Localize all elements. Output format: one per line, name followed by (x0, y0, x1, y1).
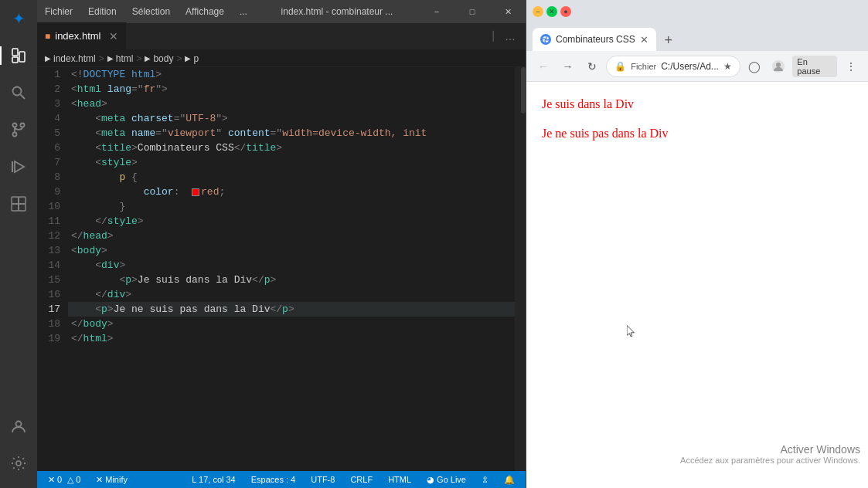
status-spaces[interactable]: Espaces : 4 (248, 471, 298, 488)
breadcrumb-file[interactable]: ▶ index.html (45, 53, 96, 64)
webpage-text-1: Je suis dans la Div (542, 97, 853, 111)
status-golive[interactable]: ◕ Go Live (424, 471, 469, 488)
activity-explorer[interactable] (0, 37, 37, 74)
file-tab[interactable]: ■ index.html ✕ (37, 22, 127, 49)
activity-account[interactable] (0, 408, 37, 445)
webpage-text-2: Je ne suis pas dans la Div (542, 127, 853, 141)
activity-settings[interactable] (0, 445, 37, 482)
breadcrumb-p[interactable]: ▶ p (185, 53, 199, 64)
code-editor[interactable]: <!DOCTYPE html> <html lang="fr"> <head> … (68, 67, 515, 471)
breadcrumb-body-icon: ▶ (145, 54, 151, 63)
activity-run[interactable] (0, 148, 37, 185)
editor-area: Fichier Edition Sélection Affichage ... … (37, 0, 526, 488)
line-num-15: 15 (37, 273, 60, 287)
code-line-18: </body> (68, 317, 515, 331)
back-button[interactable]: ← (533, 56, 554, 77)
code-line-14: <div> (68, 258, 515, 273)
code-line-7: <style> (68, 155, 515, 170)
status-eol[interactable]: CRLF (347, 471, 376, 488)
new-tab-button[interactable]: + (658, 29, 679, 51)
code-line-13: <body> (68, 243, 515, 258)
tab-filename: index.html (55, 30, 100, 42)
forward-button[interactable]: → (557, 56, 579, 77)
activate-windows-subtitle: Accédez aux paramètres pour activer Wind… (680, 456, 860, 465)
code-line-15: <p>Je suis dans la Div</p> (68, 273, 515, 287)
svg-line-4 (21, 95, 26, 100)
pause-button[interactable]: En pause (792, 56, 837, 77)
extensions-button[interactable]: ◯ (744, 56, 765, 77)
mouse-cursor (627, 325, 636, 339)
address-label: Fichier (631, 62, 656, 71)
maximize-button[interactable]: □ (454, 0, 490, 23)
status-bell[interactable]: 🔔 (501, 471, 518, 488)
line-numbers: 1 2 3 4 5 6 7 8 9 10 11 12 13 14 15 16 1… (37, 67, 68, 471)
browser-active-tab[interactable]: Combinateurs CSS ✕ (533, 28, 656, 51)
browser-close[interactable]: ● (560, 6, 571, 17)
menu-more[interactable]: ... (232, 0, 255, 23)
activity-search[interactable] (0, 74, 37, 111)
minimap (515, 67, 526, 471)
breadcrumb-body[interactable]: ▶ body (145, 53, 173, 64)
svg-point-5 (13, 124, 17, 127)
error-icon: ✕ (48, 475, 55, 485)
broadcast-icon: ◕ (427, 475, 434, 485)
warning-count: 0 (76, 475, 80, 484)
status-minify[interactable]: ✕ Minify (93, 471, 131, 488)
profile-button[interactable] (768, 56, 790, 77)
browser-title-bar: − ✕ ● (526, 0, 868, 23)
vscode-logo[interactable]: ✦ (0, 0, 37, 37)
line-num-8: 8 (37, 170, 60, 185)
color-swatch-red (192, 188, 199, 196)
activity-bar: ✦ (0, 0, 37, 488)
window-title: index.html - combinateur ... (255, 6, 419, 17)
tab-bar: ■ index.html ✕ ⎹ … (37, 23, 526, 50)
code-container[interactable]: 1 2 3 4 5 6 7 8 9 10 11 12 13 14 15 16 1… (37, 67, 526, 471)
browser-tab-close[interactable]: ✕ (640, 34, 648, 46)
star-icon[interactable]: ★ (723, 61, 732, 72)
menu-edition[interactable]: Edition (80, 0, 124, 23)
status-errors[interactable]: ✕ 0 △ 0 (45, 471, 83, 488)
line-num-17: 17 (37, 302, 60, 317)
reload-button[interactable]: ↻ (581, 56, 603, 77)
svg-rect-2 (12, 57, 18, 63)
vscode-editor: ✦ (0, 0, 526, 488)
url-text: C:/Users/Ad... (661, 61, 719, 72)
breadcrumb-sep-3: > (176, 53, 182, 64)
status-position[interactable]: L 17, col 34 (189, 471, 238, 488)
menu-affichage[interactable]: Affichage (178, 0, 232, 23)
split-editor-button[interactable]: ⎹ (479, 27, 498, 46)
minimize-button[interactable]: − (419, 0, 454, 23)
menu-selection[interactable]: Sélection (124, 0, 178, 23)
line-num-10: 10 (37, 199, 60, 214)
line-num-18: 18 (37, 317, 60, 331)
activate-windows-title: Activer Windows (680, 443, 860, 456)
activity-source-control[interactable] (0, 111, 37, 148)
more-actions-button[interactable]: … (501, 27, 519, 46)
menu-fichier[interactable]: Fichier (37, 0, 80, 23)
svg-point-18 (776, 63, 781, 67)
tab-close-icon[interactable]: ✕ (109, 30, 118, 42)
warning-icon: △ (67, 475, 73, 485)
breadcrumb-html[interactable]: ▶ html (107, 53, 134, 64)
address-bar: ← → ↻ 🔒 Fichier C:/Users/Ad... ★ ◯ En pa… (526, 51, 868, 82)
svg-rect-1 (19, 52, 25, 62)
activity-extensions[interactable] (0, 185, 37, 222)
code-line-9: color: red; (68, 185, 515, 199)
menu-button[interactable]: ⋮ (840, 56, 862, 77)
line-num-19: 19 (37, 331, 60, 346)
code-line-2: <html lang="fr"> (68, 82, 515, 97)
status-encoding[interactable]: UTF-8 (308, 471, 338, 488)
line-num-7: 7 (37, 155, 60, 170)
browser-minimize[interactable]: − (533, 6, 543, 17)
browser-favicon (540, 34, 551, 45)
close-button[interactable]: ✕ (490, 0, 526, 23)
status-upload[interactable]: ⇫ (478, 471, 492, 488)
url-bar[interactable]: 🔒 Fichier C:/Users/Ad... ★ (606, 56, 740, 77)
code-line-19: </html> (68, 331, 515, 346)
svg-point-14 (16, 422, 22, 427)
status-lang[interactable]: HTML (385, 471, 414, 488)
browser-window: − ✕ ● Combinateurs CSS ✕ + ← → ↻ 🔒 Fichi… (526, 0, 868, 488)
browser-maximize[interactable]: ✕ (546, 6, 557, 17)
code-line-17: <p>Je ne suis pas dans la Div</p> (68, 302, 515, 317)
file-icon: ■ (45, 31, 50, 42)
